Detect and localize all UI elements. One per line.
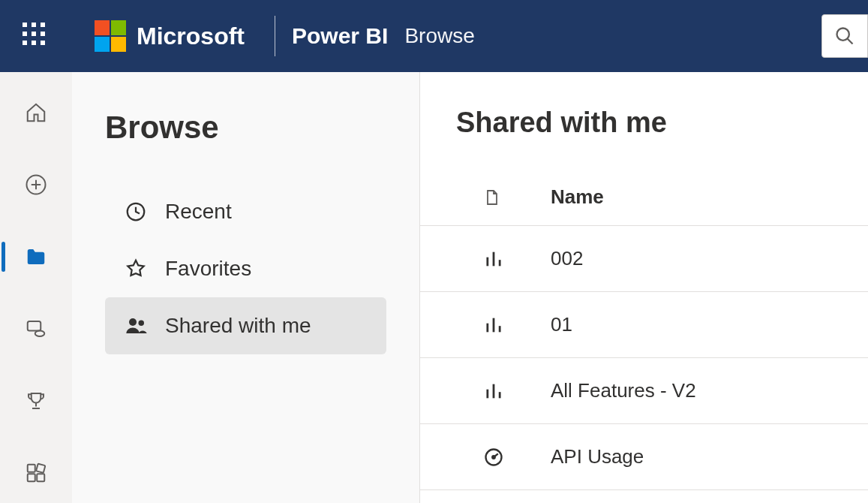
- header-divider: [275, 16, 275, 56]
- app-context: Browse: [404, 24, 474, 48]
- app-name: Power BI: [292, 23, 388, 49]
- rail-learn[interactable]: [18, 383, 54, 419]
- nav-rail: [0, 72, 72, 503]
- brand-name: Microsoft: [137, 23, 245, 50]
- svg-rect-5: [28, 321, 41, 331]
- svg-point-6: [35, 331, 45, 337]
- svg-line-1: [848, 39, 853, 44]
- svg-rect-8: [28, 474, 35, 481]
- table-header: Name: [420, 169, 868, 226]
- list-item[interactable]: 01: [420, 292, 868, 358]
- plus-circle-icon: [25, 173, 47, 196]
- rail-create[interactable]: [18, 167, 54, 203]
- svg-point-13: [139, 321, 145, 327]
- search-icon: [834, 26, 855, 47]
- home-icon: [25, 101, 47, 124]
- clock-icon: [125, 200, 149, 223]
- file-icon: [483, 187, 507, 208]
- panel-item-favorites[interactable]: Favorites: [105, 240, 386, 297]
- star-icon: [125, 258, 149, 280]
- svg-point-24: [492, 456, 495, 459]
- list-item[interactable]: 002: [420, 226, 868, 292]
- app-launcher-icon[interactable]: [23, 23, 50, 50]
- apps-icon: [25, 462, 47, 484]
- gauge-icon: [483, 447, 507, 468]
- top-header: Microsoft Power BI Browse: [0, 0, 868, 72]
- svg-point-12: [129, 318, 137, 326]
- rail-home[interactable]: [18, 95, 54, 131]
- browse-panel: Browse Recent Favorites Shared with me: [72, 72, 420, 503]
- svg-rect-7: [28, 465, 35, 472]
- column-name[interactable]: Name: [551, 185, 604, 209]
- panel-item-label: Shared with me: [165, 314, 311, 338]
- list-item[interactable]: All Features - V2: [420, 358, 868, 424]
- trophy-icon: [25, 390, 47, 412]
- svg-rect-9: [37, 474, 44, 481]
- item-name: 002: [551, 247, 583, 270]
- bars-icon: [483, 381, 507, 402]
- search-button[interactable]: [821, 14, 868, 58]
- brand-block: Microsoft: [95, 20, 245, 52]
- panel-item-label: Favorites: [165, 257, 251, 281]
- microsoft-logo-icon: [95, 20, 126, 52]
- svg-point-0: [837, 29, 849, 41]
- people-icon: [125, 315, 149, 337]
- rail-data-hub[interactable]: [18, 311, 54, 347]
- rail-browse[interactable]: [18, 239, 54, 275]
- panel-item-shared[interactable]: Shared with me: [105, 297, 386, 354]
- list-item[interactable]: API Usage: [420, 424, 868, 490]
- svg-rect-10: [36, 464, 45, 473]
- item-name: 01: [551, 313, 572, 336]
- folder-icon: [25, 245, 47, 268]
- item-name: API Usage: [551, 445, 644, 468]
- panel-title: Browse: [105, 110, 386, 146]
- item-name: All Features - V2: [551, 379, 696, 402]
- panel-item-label: Recent: [165, 200, 232, 224]
- content-area: Shared with me Name 002 01 All Features …: [420, 72, 868, 503]
- panel-item-recent[interactable]: Recent: [105, 183, 386, 240]
- data-hub-icon: [25, 318, 47, 340]
- bars-icon: [483, 315, 507, 336]
- rail-apps[interactable]: [18, 455, 54, 491]
- bars-icon: [483, 248, 507, 270]
- content-title: Shared with me: [456, 107, 868, 139]
